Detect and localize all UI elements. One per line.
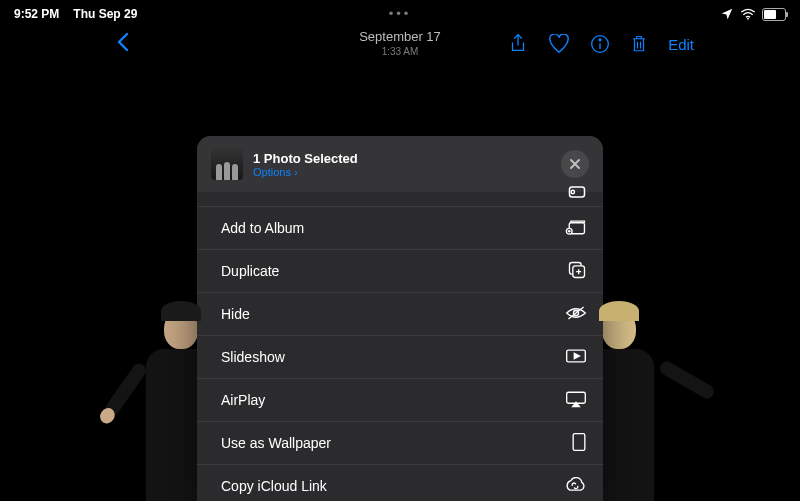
heart-icon[interactable] — [548, 34, 570, 54]
device-frame: 9:52 PM Thu Sep 29 ••• September 17 1:33… — [0, 0, 800, 501]
row-label: AirPlay — [221, 392, 265, 408]
action-airplay[interactable]: AirPlay — [197, 379, 603, 422]
airplay-icon — [565, 390, 587, 411]
status-bar: 9:52 PM Thu Sep 29 ••• — [0, 0, 800, 24]
cloud-link-icon — [563, 477, 587, 496]
trash-icon[interactable] — [630, 34, 648, 54]
action-add-to-album[interactable]: Add to Album — [197, 207, 603, 250]
row-label: Add to Album — [221, 220, 304, 236]
action-slideshow[interactable]: Slideshow — [197, 336, 603, 379]
album-icon — [565, 218, 587, 239]
row-label: Duplicate — [221, 263, 279, 279]
action-duplicate[interactable]: Duplicate — [197, 250, 603, 293]
edit-button[interactable]: Edit — [668, 36, 694, 53]
nav-title: September 17 1:33 AM — [359, 29, 441, 59]
close-button[interactable] — [561, 150, 589, 178]
action-use-as-wallpaper[interactable]: Use as Wallpaper — [197, 422, 603, 465]
device-icon — [571, 432, 587, 455]
svg-point-2 — [599, 39, 601, 41]
play-rect-icon — [565, 348, 587, 367]
duplicate-icon — [567, 260, 587, 283]
share-sheet: 1 Photo Selected Options › Add to Album … — [197, 136, 603, 501]
row-label: Hide — [221, 306, 250, 322]
row-label: Slideshow — [221, 349, 285, 365]
photo-time: 1:33 AM — [359, 44, 441, 59]
multitask-dots[interactable]: ••• — [389, 6, 412, 21]
action-hide[interactable]: Hide — [197, 293, 603, 336]
sheet-options-link[interactable]: Options › — [253, 166, 358, 178]
back-button[interactable] — [116, 30, 130, 58]
status-time: 9:52 PM — [14, 7, 59, 21]
svg-point-4 — [571, 190, 574, 193]
battery-icon — [762, 8, 786, 21]
row-label: Use as Wallpaper — [221, 435, 331, 451]
action-copy-icloud-link[interactable]: Copy iCloud Link — [197, 465, 603, 501]
status-date: Thu Sep 29 — [73, 7, 137, 21]
eye-slash-icon — [565, 305, 587, 324]
action-row-partial[interactable] — [197, 192, 603, 207]
wifi-icon — [740, 8, 756, 20]
chevron-right-icon: › — [294, 166, 298, 178]
nav-bar: September 17 1:33 AM Edit — [0, 24, 800, 64]
share-icon[interactable] — [508, 33, 528, 55]
share-sheet-header: 1 Photo Selected Options › — [197, 136, 603, 192]
selected-thumbnail[interactable] — [211, 148, 243, 180]
info-icon[interactable] — [590, 34, 610, 54]
location-icon — [720, 7, 734, 21]
sheet-title: 1 Photo Selected — [253, 151, 358, 166]
svg-rect-12 — [573, 433, 585, 450]
photo-date: September 17 — [359, 29, 441, 44]
svg-point-0 — [747, 18, 749, 20]
generic-action-icon — [567, 184, 587, 204]
row-label: Copy iCloud Link — [221, 478, 327, 494]
